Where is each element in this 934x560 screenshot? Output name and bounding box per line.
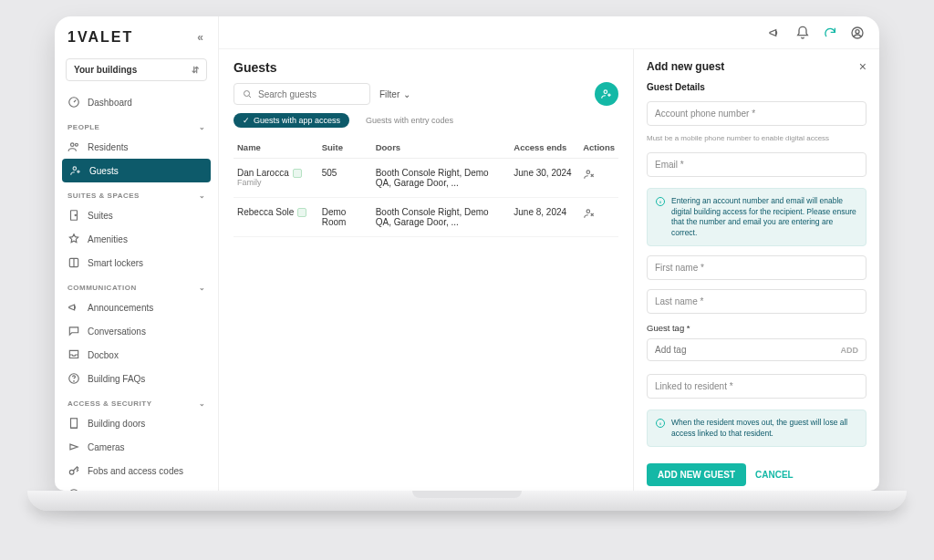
email-field[interactable]: Email * [647,152,867,177]
nav-cameras[interactable]: Cameras [55,435,218,459]
svg-point-10 [69,470,74,474]
guests-table: Name Suite Doors Access ends Actions Dan… [234,137,618,237]
tab-label: Guests with entry codes [366,116,453,125]
close-icon[interactable]: × [859,60,867,73]
guest-list: Guests Filter ⌄ [219,49,633,491]
camera-icon [67,441,80,453]
cell-access-ends: June 8, 2024 [510,198,579,237]
page-title: Guests [234,60,618,75]
nav-section-access[interactable]: ACCESS & SECURITY ⌄ [55,390,218,411]
nav-label: Announcements [88,303,153,313]
col-suite[interactable]: Suite [318,137,372,159]
table-row[interactable]: Dan Larocca Family 505 Booth Console Rig… [234,159,618,198]
row-action-button[interactable] [583,168,596,181]
phone-field[interactable]: Account phone number * [647,101,867,126]
bell-icon[interactable] [795,26,810,40]
add-guest-fab[interactable] [595,82,618,106]
nav-fobs[interactable]: Fobs and access codes [55,459,218,482]
cancel-button[interactable]: CANCEL [755,470,794,480]
cell-suite: Demo Room [318,198,372,237]
svg-point-14 [244,91,250,97]
key-icon [67,464,80,477]
sidebar-collapse-button[interactable]: « [197,31,205,44]
nav-faqs[interactable]: Building FAQs [55,367,218,390]
chevron-down-icon: ⌄ [199,192,206,200]
nav-dashboard[interactable]: Dashboard [55,90,218,114]
inbox-icon [67,348,80,361]
nav-docbox[interactable]: Docbox [55,343,218,367]
nav-label: Amenities [88,234,128,244]
nav-label: Building doors [88,419,145,429]
nav-doors[interactable]: Building doors [55,411,218,435]
list-toolbar: Filter ⌄ [234,82,618,106]
chevron-down-icon: ⌄ [199,399,206,408]
nav-section-suites[interactable]: SUITES & SPACES ⌄ [55,182,218,203]
nav-label: Docbox [88,350,119,360]
status-badge [293,169,302,178]
nav-conversations[interactable]: Conversations [55,319,218,343]
info-text: When the resident moves out, the guest w… [671,418,858,439]
sidebar-nav: Dashboard PEOPLE ⌄ Residents Guests SUIT… [55,90,218,491]
brand-logo: 1VALET [67,29,133,46]
nav-suites[interactable]: Suites [55,203,218,227]
add-guest-panel: Add new guest × Guest Details Account ph… [633,49,879,491]
brand-row: 1VALET « [55,16,218,53]
nav-amenities[interactable]: Amenities [55,227,218,251]
info-icon [655,196,666,207]
col-access-ends[interactable]: Access ends [510,137,579,159]
first-name-field[interactable]: First name * [647,255,867,280]
nav-label: Guests [89,166,119,176]
row-action-button[interactable] [583,207,596,220]
nav-smartlockers[interactable]: Smart lockers [55,251,218,275]
svg-point-8 [74,381,75,382]
info-text: Entering an account number and email wil… [671,196,858,238]
col-doors[interactable]: Doors [372,137,511,159]
table-row[interactable]: Rebecca Sole Demo Room Booth Console Rig… [234,198,618,237]
topbar [219,16,879,49]
locker-icon [67,256,80,269]
megaphone-icon [67,301,80,314]
submit-button[interactable]: ADD NEW GUEST [647,463,746,486]
users-icon [67,140,80,153]
nav-logs[interactable]: Logs [55,482,218,491]
linked-resident-field[interactable]: Linked to resident * [647,374,867,399]
nav-label: Fobs and access codes [88,466,183,476]
sidebar: 1VALET « Your buildings ⇵ Dashboard PEOP… [55,16,219,491]
guest-tag-field[interactable]: ADD [647,338,867,361]
content: Guests Filter ⌄ [219,49,879,491]
tag-input[interactable] [655,345,841,355]
cell-doors: Booth Console Right, Demo QA, Garage Doo… [372,159,511,198]
search-input-wrapper[interactable] [234,83,370,105]
building-icon [67,417,80,430]
star-icon [67,233,80,245]
svg-point-15 [604,90,607,94]
cell-name: Dan Larocca [237,168,289,178]
col-actions: Actions [579,137,618,159]
tab-app-access[interactable]: ✓ Guests with app access [234,113,349,128]
svg-point-5 [75,214,76,215]
col-name[interactable]: Name [234,137,318,159]
panel-footer: ADD NEW GUEST CANCEL [634,452,879,491]
nav-section-people[interactable]: PEOPLE ⌄ [55,114,218,135]
svg-point-1 [71,143,75,147]
account-icon[interactable] [850,26,865,40]
building-selector[interactable]: Your buildings ⇵ [66,58,207,81]
filter-button[interactable]: Filter ⌄ [379,89,410,99]
tab-entry-codes[interactable]: Guests with entry codes [357,113,462,128]
nav-announcements[interactable]: Announcements [55,296,218,319]
nav-guests[interactable]: Guests [62,159,211,182]
status-badge [297,208,306,217]
svg-point-3 [73,167,77,171]
svg-point-17 [586,210,590,213]
gauge-icon [67,96,80,109]
refresh-icon[interactable] [823,26,837,40]
search-input[interactable] [258,89,374,99]
nav-section-comm[interactable]: COMMUNICATION ⌄ [55,275,218,296]
door-icon [67,209,80,222]
tab-label: Guests with app access [254,116,340,125]
add-tag-button[interactable]: ADD [841,346,859,355]
megaphone-icon[interactable] [768,26,783,40]
chevron-down-icon: ⌄ [199,284,206,292]
nav-residents[interactable]: Residents [55,135,218,159]
last-name-field[interactable]: Last name * [647,289,867,314]
